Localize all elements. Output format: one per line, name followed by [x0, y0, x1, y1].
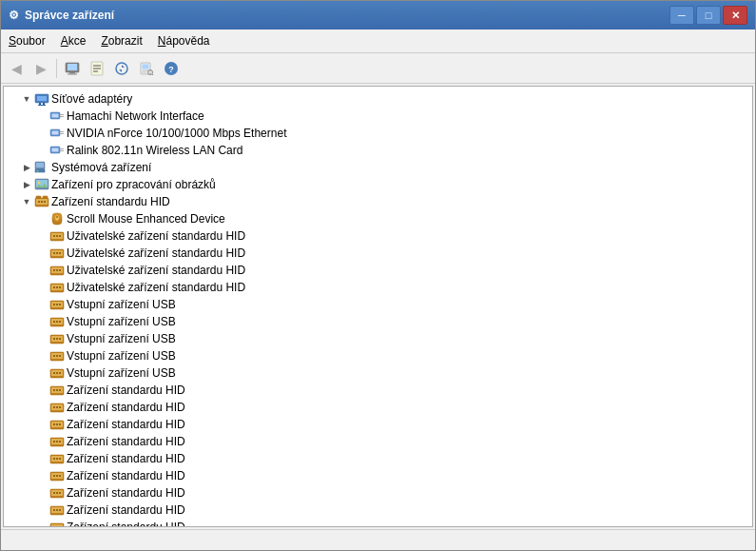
menu-file[interactable]: Soubor: [1, 31, 53, 50]
expander-imgdev[interactable]: ▶: [19, 177, 34, 192]
tree-item-nvidia[interactable]: NVIDIA nForce 10/100/1000 Mbps Ethernet: [4, 125, 752, 142]
properties-button[interactable]: [86, 57, 108, 80]
label-usb-5: Vstupní zařízení USB: [67, 366, 176, 380]
tree-item-system[interactable]: ▶ Systémová zařízení: [4, 159, 752, 176]
tree-item-network[interactable]: ▼ Síťové adaptéry: [4, 90, 752, 108]
label-hid-std-2: Zařízení standardu HID: [67, 401, 185, 414]
scan-icon: [139, 61, 154, 76]
tree-item-imgdev[interactable]: ▶ Zařízení pro zpracování obrázků: [4, 176, 752, 193]
tree-item-hid-std-5[interactable]: Zařízení standardu HID: [4, 450, 752, 467]
tree-item-hid-category[interactable]: ▼ Zařízení standardu HID: [4, 193, 752, 210]
svg-rect-51: [56, 216, 58, 218]
svg-rect-3: [68, 73, 77, 74]
icon-hid-std-6: [49, 468, 65, 483]
label-hid-std-5: Zařízení standardu HID: [67, 452, 185, 465]
expander-hid-user-4: [34, 280, 49, 295]
icon-hid-std-7: [49, 485, 65, 501]
label-hid-user-1: Uživatelské zařízení standardu HID: [67, 229, 245, 243]
tree-item-hid-std-4[interactable]: Zařízení standardu HID: [4, 433, 752, 450]
update-icon: [114, 61, 129, 76]
tree-item-usb-3[interactable]: Vstupní zařízení USB: [4, 330, 752, 347]
label-usb-1: Vstupní zařízení USB: [67, 298, 176, 311]
close-button[interactable]: ✕: [723, 6, 747, 25]
svg-rect-35: [36, 163, 44, 167]
tree-item-hid-std-8[interactable]: Zařízení standardu HID: [4, 502, 752, 519]
svg-rect-33: [60, 150, 64, 151]
svg-rect-27: [52, 131, 59, 135]
help-button[interactable]: ?: [160, 57, 183, 80]
svg-point-95: [56, 372, 58, 374]
svg-rect-31: [52, 148, 59, 152]
expander-network[interactable]: ▼: [19, 91, 34, 107]
label-hid-std-3: Zařízení standardu HID: [67, 418, 185, 431]
computer-button[interactable]: [61, 57, 84, 80]
tree-view[interactable]: ▼ Síťové adaptéry: [4, 87, 752, 526]
svg-point-96: [59, 372, 61, 374]
menu-action[interactable]: Akce: [53, 31, 94, 50]
menu-view[interactable]: Zobrazit: [93, 31, 149, 50]
expander-usb-3: [34, 331, 49, 346]
svg-point-124: [53, 475, 55, 477]
tree-item-hamachi[interactable]: Hamachi Network Interface: [4, 108, 752, 125]
svg-point-65: [56, 269, 58, 271]
svg-point-109: [53, 423, 55, 425]
svg-point-55: [56, 235, 58, 237]
expander-hid-std-3: [34, 417, 49, 432]
tree-item-hid-std-2[interactable]: Zařízení standardu HID: [4, 399, 752, 416]
icon-usb-3: [49, 331, 65, 346]
tree-item-hid-user-2[interactable]: Uživatelské zařízení standardu HID: [4, 245, 752, 262]
menu-help[interactable]: Nápověda: [150, 31, 218, 50]
forward-button[interactable]: ▶: [29, 57, 52, 80]
svg-point-56: [59, 235, 61, 237]
icon-network: [34, 91, 49, 107]
expander-hid-std-8: [34, 502, 49, 518]
tree-item-hid-user-4[interactable]: Uživatelské zařízení standardu HID: [4, 279, 752, 296]
tree-item-scroll-mouse[interactable]: Scroll Mouse Enhanced Device: [4, 210, 752, 227]
tree-item-usb-5[interactable]: Vstupní zařízení USB: [4, 364, 752, 382]
tree-item-hid-std-9[interactable]: Zařízení standardu HID: [4, 519, 752, 526]
expander-system[interactable]: ▶: [19, 160, 34, 175]
svg-text:?: ?: [168, 65, 174, 74]
svg-point-60: [56, 252, 58, 254]
tree-item-hid-user-3[interactable]: Uživatelské zařízení standardu HID: [4, 262, 752, 279]
svg-rect-28: [60, 131, 64, 132]
icon-hid-user-2: [49, 246, 65, 261]
tree-item-hid-std-1[interactable]: Zařízení standardu HID: [4, 382, 752, 399]
label-nvidia: NVIDIA nForce 10/100/1000 Mbps Ethernet: [67, 127, 286, 140]
label-hid-user-4: Uživatelské zařízení standardu HID: [67, 281, 245, 294]
status-bar: [1, 529, 755, 550]
svg-rect-37: [37, 170, 39, 172]
tree-item-ralink[interactable]: Ralink 802.11n Wireless LAN Card: [4, 142, 752, 159]
tree-item-hid-std-7[interactable]: Zařízení standardu HID: [4, 484, 752, 502]
properties-icon: [89, 61, 105, 76]
tree-item-usb-1[interactable]: Vstupní zařízení USB: [4, 296, 752, 313]
svg-point-115: [56, 441, 58, 443]
expander-hid-std-7: [34, 485, 49, 501]
svg-point-86: [59, 338, 61, 340]
svg-rect-10: [143, 64, 149, 69]
expander-usb-2: [34, 314, 49, 329]
scan-button[interactable]: [135, 57, 158, 80]
svg-point-116: [59, 441, 61, 443]
svg-point-81: [59, 321, 61, 323]
tree-item-usb-4[interactable]: Vstupní zařízení USB: [4, 347, 752, 364]
title-bar: ⚙ Správce zařízení ─ □ ✕: [1, 1, 755, 30]
tree-item-hid-std-6[interactable]: Zařízení standardu HID: [4, 467, 752, 484]
svg-point-8: [116, 63, 127, 74]
minimize-button[interactable]: ─: [669, 6, 694, 25]
title-bar-left: ⚙ Správce zařízení: [9, 9, 114, 22]
tree-item-hid-std-3[interactable]: Zařízení standardu HID: [4, 416, 752, 433]
tree-item-usb-2[interactable]: Vstupní zařízení USB: [4, 313, 752, 330]
svg-point-120: [56, 458, 58, 460]
expander-hid-std-1: [34, 383, 49, 398]
icon-hid-user-3: [49, 263, 65, 278]
expander-hid-category[interactable]: ▼: [19, 194, 34, 209]
back-button[interactable]: ◀: [5, 57, 28, 80]
label-usb-4: Vstupní zařízení USB: [67, 349, 176, 363]
svg-rect-21: [38, 105, 46, 106]
svg-point-40: [38, 182, 41, 185]
maximize-button[interactable]: □: [696, 6, 721, 25]
update-button[interactable]: [110, 57, 133, 80]
tree-item-hid-user-1[interactable]: Uživatelské zařízení standardu HID: [4, 227, 752, 245]
svg-point-66: [59, 269, 61, 271]
